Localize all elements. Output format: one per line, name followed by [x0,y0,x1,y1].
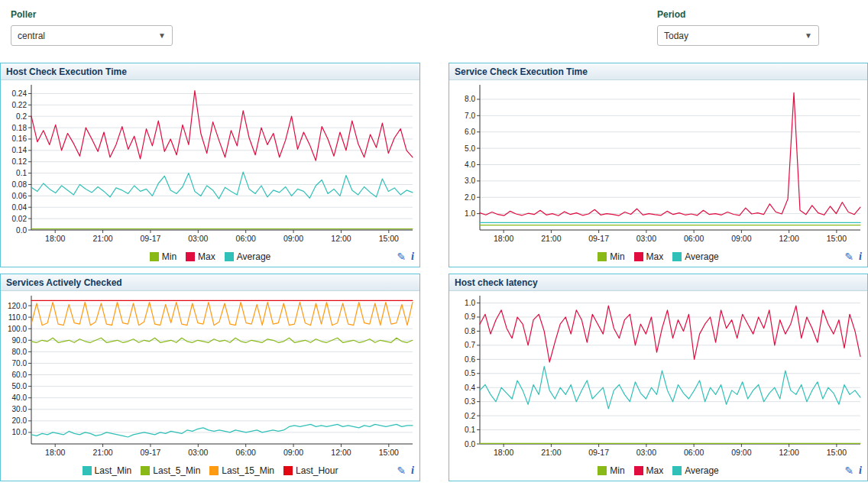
svg-text:0.16: 0.16 [12,134,28,143]
svg-text:0.18: 0.18 [12,124,28,132]
edit-pencil-icon[interactable]: ✎ [397,465,406,476]
legend-item-average[interactable]: Average [672,251,718,262]
chart-legend: MinMaxAverage [598,465,719,476]
filter-bar: Poller central ▼ Period Today ▼ [0,0,868,46]
svg-text:70.0: 70.0 [12,359,28,368]
svg-text:0.04: 0.04 [12,203,28,212]
legend-swatch [225,252,234,261]
svg-text:09:00: 09:00 [731,448,751,457]
legend-item-max[interactable]: Max [634,251,664,262]
svg-text:09:00: 09:00 [731,234,751,243]
panel-host-check-execution-time: Host Check Execution Time 0.00.020.040.0… [0,63,420,267]
info-icon[interactable]: i [411,251,414,262]
chart-canvas: 0.00.10.20.30.40.50.60.70.80.91.018:0021… [449,291,867,461]
svg-text:18:00: 18:00 [494,448,513,457]
svg-text:09-17: 09-17 [588,234,609,243]
legend-swatch [672,466,682,475]
svg-text:2.0: 2.0 [465,193,475,202]
panel-header: Service Check Execution Time [449,63,867,80]
svg-text:8.0: 8.0 [465,95,475,103]
svg-text:15:00: 15:00 [379,234,399,243]
svg-text:0.12: 0.12 [12,157,28,166]
svg-text:0.2: 0.2 [465,412,475,420]
svg-text:12:00: 12:00 [331,448,351,457]
svg-text:0.0: 0.0 [465,440,475,449]
legend-item-max[interactable]: Max [186,251,215,262]
svg-text:1.0: 1.0 [465,299,475,307]
info-icon[interactable]: i [859,465,862,476]
svg-text:09-17: 09-17 [141,234,161,243]
legend-label: Min [610,465,624,476]
period-label: Period [657,9,819,20]
panel-title: Host Check Execution Time [6,66,127,77]
chart-service-check-execution-time: 1.02.03.04.05.06.07.08.018:0021:0009-170… [449,80,867,247]
panel-actions: ✎ i [844,247,862,267]
legend-item-max[interactable]: Max [634,465,664,476]
panel-services-actively-checked: Services Actively Checked 10.020.030.040… [0,274,420,481]
svg-text:60.0: 60.0 [12,371,28,379]
chart-canvas: 10.020.030.040.050.060.070.080.090.0100.… [1,291,419,461]
info-icon[interactable]: i [859,251,862,262]
panel-footer: MinMaxAverage ✎ i [449,247,867,267]
chart-host-check-execution-time: 0.00.020.040.060.080.10.120.140.160.180.… [1,80,419,247]
svg-text:0.14: 0.14 [12,146,28,154]
svg-text:0.1: 0.1 [16,169,27,177]
svg-text:21:00: 21:00 [92,448,112,457]
svg-text:80.0: 80.0 [12,348,28,356]
svg-text:0.24: 0.24 [12,89,28,98]
svg-text:21:00: 21:00 [541,448,561,457]
svg-text:1.0: 1.0 [465,209,475,218]
edit-pencil-icon[interactable]: ✎ [844,465,853,476]
info-icon[interactable]: i [411,465,414,476]
legend-item-average[interactable]: Average [672,465,718,476]
period-select[interactable]: Today ▼ [657,25,819,46]
svg-text:3.0: 3.0 [465,176,475,185]
legend-item-last_hour[interactable]: Last_Hour [283,465,338,476]
legend-label: Average [237,251,270,262]
legend-label: Max [198,251,215,262]
legend-label: Last_15_Min [222,465,274,476]
svg-text:0.2: 0.2 [16,112,27,121]
svg-text:6.0: 6.0 [465,128,475,136]
svg-text:18:00: 18:00 [45,448,65,457]
chart-canvas: 1.02.03.04.05.06.07.08.018:0021:0009-170… [449,80,867,247]
legend-item-last_min[interactable]: Last_Min [83,465,132,476]
panel-host-check-latency: Host check latency 0.00.10.20.30.40.50.6… [449,274,868,481]
svg-text:03:00: 03:00 [636,448,656,457]
legend-item-average[interactable]: Average [225,251,270,262]
svg-text:09:00: 09:00 [283,234,303,243]
svg-text:20.0: 20.0 [12,416,28,425]
svg-text:120.0: 120.0 [8,302,27,310]
svg-text:09-17: 09-17 [141,448,161,457]
svg-text:0.8: 0.8 [465,327,475,335]
legend-item-last_5_min[interactable]: Last_5_Min [141,465,200,476]
svg-text:0.6: 0.6 [465,355,475,364]
edit-pencil-icon[interactable]: ✎ [397,251,406,262]
panel-service-check-execution-time: Service Check Execution Time 1.02.03.04.… [449,63,868,267]
legend-item-min[interactable]: Min [598,465,624,476]
legend-item-min[interactable]: Min [150,251,177,262]
legend-swatch [209,466,219,475]
svg-text:03:00: 03:00 [188,234,208,243]
svg-text:50.0: 50.0 [12,382,28,390]
chevron-down-icon: ▼ [158,31,166,40]
legend-item-min[interactable]: Min [598,251,624,262]
svg-text:21:00: 21:00 [541,234,561,243]
legend-swatch [634,252,643,261]
svg-text:15:00: 15:00 [379,448,399,457]
svg-text:12:00: 12:00 [331,234,351,243]
poller-select[interactable]: central ▼ [11,25,173,46]
svg-text:0.9: 0.9 [465,313,475,321]
chart-legend: MinMaxAverage [150,251,271,262]
svg-text:12:00: 12:00 [779,234,798,243]
panel-footer: MinMaxAverage ✎ i [1,247,419,267]
period-filter-group: Period Today ▼ [657,9,819,46]
svg-text:0.22: 0.22 [12,101,28,109]
legend-swatch [634,466,643,475]
svg-text:06:00: 06:00 [236,448,256,457]
svg-text:0.02: 0.02 [12,215,28,223]
legend-item-last_15_min[interactable]: Last_15_Min [209,465,274,476]
edit-pencil-icon[interactable]: ✎ [844,251,853,262]
legend-label: Last_5_Min [153,465,200,476]
svg-text:03:00: 03:00 [188,448,208,457]
